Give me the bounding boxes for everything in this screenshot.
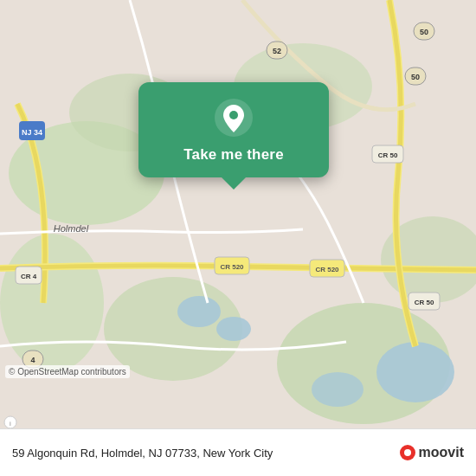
svg-text:CR 520: CR 520 (315, 266, 339, 273)
svg-point-10 (376, 342, 454, 402)
svg-text:CR 50: CR 50 (378, 151, 398, 159)
osm-credit-text: © OpenStreetMap contributors (9, 367, 126, 376)
moovit-brand-text: moovit (419, 445, 464, 460)
moovit-logo: moovit (400, 445, 464, 460)
svg-point-36 (229, 111, 238, 119)
svg-point-11 (312, 372, 363, 407)
bottom-bar: 59 Algonquin Rd, Holmdel, NJ 07733, New … (0, 428, 476, 476)
svg-text:4: 4 (30, 356, 35, 364)
location-pin-icon (214, 98, 254, 138)
svg-text:CR 4: CR 4 (21, 273, 37, 280)
svg-point-9 (216, 317, 251, 341)
svg-text:50: 50 (420, 28, 428, 36)
osm-credit: © OpenStreetMap contributors (5, 365, 130, 378)
take-me-there-label: Take me there (183, 146, 284, 164)
svg-text:i: i (10, 420, 11, 428)
svg-text:50: 50 (411, 73, 420, 81)
svg-text:NJ 34: NJ 34 (22, 128, 42, 137)
moovit-dot-inner (404, 449, 411, 456)
svg-point-8 (177, 296, 221, 327)
svg-text:CR 520: CR 520 (220, 263, 244, 271)
svg-text:52: 52 (273, 47, 281, 55)
svg-text:Holmdel: Holmdel (54, 223, 89, 234)
svg-point-2 (0, 234, 104, 372)
map-view: NJ 34 52 50 50 CR 50 CR 520 CR 520 CR 4 … (0, 0, 476, 428)
moovit-dot-icon (400, 445, 415, 460)
svg-text:CR 50: CR 50 (415, 299, 434, 306)
address-text: 59 Algonquin Rd, Holmdel, NJ 07733, New … (12, 447, 400, 460)
take-me-there-button[interactable]: Take me there (138, 82, 329, 177)
